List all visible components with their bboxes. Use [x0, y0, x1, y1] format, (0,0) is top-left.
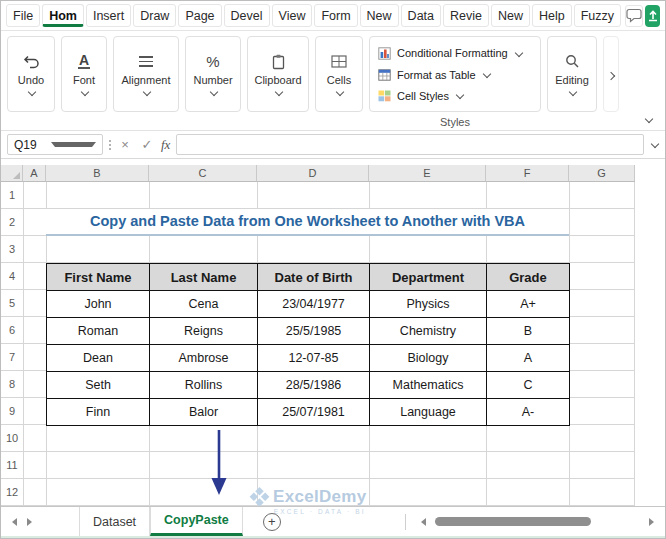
format-as-table-button[interactable]: Format as Table	[378, 69, 532, 81]
ribbon-group-undo[interactable]: Undo	[7, 36, 55, 112]
table-cell[interactable]: Finn	[47, 399, 150, 426]
hscroll-thumb[interactable]	[435, 517, 591, 526]
table-cell[interactable]: Rollins	[150, 372, 258, 399]
hscroll-left-icon[interactable]	[421, 518, 426, 526]
table-header-cell[interactable]: First Name	[47, 264, 150, 291]
formula-bar-expand-icon[interactable]	[650, 141, 659, 148]
row-header[interactable]: 8	[1, 371, 23, 398]
tab-fuzzy[interactable]: Fuzzy	[574, 4, 621, 27]
table-cell[interactable]: Physics	[370, 291, 487, 318]
row-header[interactable]: 2	[1, 209, 23, 236]
table-cell[interactable]: A-	[487, 399, 570, 426]
row-header[interactable]: 10	[1, 425, 23, 452]
tab-new-1[interactable]: New	[360, 4, 399, 27]
column-header-f[interactable]: F	[486, 165, 569, 181]
fx-icon[interactable]: fx	[161, 137, 170, 153]
table-cell[interactable]: 23/04/1977	[258, 291, 370, 318]
row-header[interactable]: 5	[1, 290, 23, 317]
formula-input[interactable]	[176, 134, 644, 155]
tab-file[interactable]: File	[6, 4, 40, 27]
tab-formulas[interactable]: Form	[314, 4, 357, 27]
table-header-cell[interactable]: Department	[370, 264, 487, 291]
ribbon-group-font[interactable]: A Font	[61, 36, 107, 112]
tab-scroll-divider[interactable]	[405, 514, 406, 530]
table-cell[interactable]: Seth	[47, 372, 150, 399]
ribbon-group-alignment[interactable]: Alignment	[113, 36, 179, 112]
table-cell[interactable]: 12-07-85	[258, 345, 370, 372]
name-box-dropdown-icon[interactable]	[51, 142, 96, 147]
tab-draw[interactable]: Draw	[133, 4, 176, 27]
table-header-cell[interactable]: Date of Birth	[258, 264, 370, 291]
column-header-c[interactable]: C	[149, 165, 257, 181]
column-header-b[interactable]: B	[46, 165, 149, 181]
conditional-formatting-button[interactable]: Conditional Formatting	[378, 47, 532, 60]
excel-window: File Hom Insert Draw Page Devel View For…	[0, 0, 666, 539]
row-header[interactable]: 4	[1, 263, 23, 290]
row-header[interactable]: 1	[1, 182, 23, 209]
ribbon-group-editing[interactable]: Editing	[547, 36, 597, 112]
cell-styles-button[interactable]: Cell Styles	[378, 90, 532, 102]
table-cell[interactable]: Ambrose	[150, 345, 258, 372]
row-header[interactable]: 3	[1, 236, 23, 263]
hscroll-track[interactable]	[435, 516, 640, 528]
ribbon-group-cells[interactable]: Cells	[315, 36, 363, 112]
row-header[interactable]: 11	[1, 452, 23, 479]
table-header-cell[interactable]: Grade	[487, 264, 570, 291]
table-cell[interactable]: Reigns	[150, 318, 258, 345]
name-box[interactable]: Q19	[7, 134, 103, 155]
column-header-d[interactable]: D	[257, 165, 369, 181]
comment-icon[interactable]	[625, 5, 643, 27]
table-cell[interactable]: A	[487, 345, 570, 372]
cancel-icon[interactable]: ×	[117, 137, 133, 152]
tab-view[interactable]: View	[272, 4, 313, 27]
row-header[interactable]: 7	[1, 344, 23, 371]
sheet-tab-dataset[interactable]: Dataset	[79, 507, 150, 536]
tab-developer[interactable]: Devel	[224, 4, 270, 27]
table-cell[interactable]: Roman	[47, 318, 150, 345]
tab-review[interactable]: Revie	[443, 4, 489, 27]
tab-help[interactable]: Help	[532, 4, 572, 27]
table-cell[interactable]: Cena	[150, 291, 258, 318]
table-cell[interactable]: John	[47, 291, 150, 318]
down-arrow-shape[interactable]	[204, 428, 234, 498]
hscroll-right-icon[interactable]	[649, 518, 654, 526]
table-cell[interactable]: 28/5/1986	[258, 372, 370, 399]
table-cell[interactable]: A+	[487, 291, 570, 318]
table-header-cell[interactable]: Last Name	[150, 264, 258, 291]
table-cell[interactable]: Chemistry	[370, 318, 487, 345]
table-cell[interactable]: 25/5/1985	[258, 318, 370, 345]
column-header-e[interactable]: E	[369, 165, 486, 181]
ribbon-group-clipboard[interactable]: Clipboard	[247, 36, 309, 112]
tab-insert[interactable]: Insert	[86, 4, 131, 27]
row-header[interactable]: 9	[1, 398, 23, 425]
enter-icon[interactable]: ✓	[139, 137, 155, 152]
tab-page-layout[interactable]: Page	[178, 4, 221, 27]
column-header-g[interactable]: G	[569, 165, 635, 181]
table-cell[interactable]: Dean	[47, 345, 150, 372]
sheet-tab-copypaste[interactable]: CopyPaste	[150, 507, 243, 536]
row-header[interactable]: 12	[1, 479, 23, 506]
add-sheet-button[interactable]: +	[263, 513, 281, 531]
ribbon-group-number[interactable]: % Number	[185, 36, 241, 112]
table-cell[interactable]: Biology	[370, 345, 487, 372]
grid-body[interactable]: 1 2 3 4 5 6 7 8 9 10 11 12 Copy and Past…	[1, 182, 635, 506]
worksheet-title-cell[interactable]: Copy and Paste Data from One Worksheet t…	[46, 209, 569, 236]
column-header-a[interactable]: A	[23, 165, 46, 181]
row-header[interactable]: 6	[1, 317, 23, 344]
table-cell[interactable]: B	[487, 318, 570, 345]
collapse-ribbon-button[interactable]	[644, 109, 653, 127]
ribbon-more-button[interactable]	[603, 36, 619, 112]
tab-home[interactable]: Hom	[42, 4, 84, 27]
table-cell[interactable]: Mathematics	[370, 372, 487, 399]
table-cell[interactable]: C	[487, 372, 570, 399]
sheet-nav-right-icon[interactable]	[27, 518, 32, 526]
table-cell[interactable]: 25/07/1981	[258, 399, 370, 426]
share-button[interactable]	[645, 5, 660, 27]
select-all-corner[interactable]	[1, 165, 23, 181]
sheet-nav-left-icon[interactable]	[12, 518, 17, 526]
tab-data[interactable]: Data	[401, 4, 441, 27]
chevron-down-icon	[644, 116, 653, 123]
table-cell[interactable]: Language	[370, 399, 487, 426]
tab-new-2[interactable]: New	[491, 4, 530, 27]
table-cell[interactable]: Balor	[150, 399, 258, 426]
